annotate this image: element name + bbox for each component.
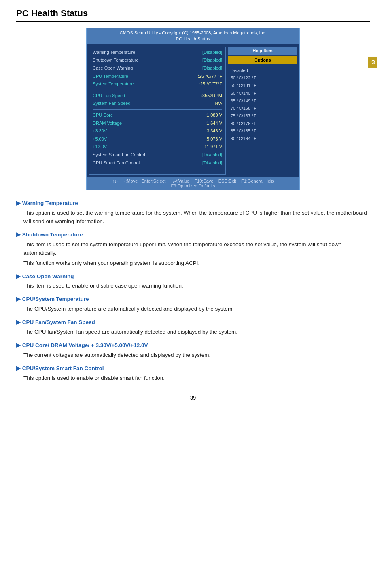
shutdown-temp-value: [Disabled] (202, 57, 222, 64)
case-open-label: Case Open Warning (93, 65, 133, 72)
bios-title-line2: PC Health Status (89, 36, 297, 42)
v330-label: +3.30V (93, 128, 107, 135)
doc-item-title: Warning Temperature (16, 199, 370, 208)
doc-item-title: Shutdown Temperature (16, 231, 370, 239)
doc-item-title: CPU/System Temperature (16, 295, 370, 304)
v500-value: :5.076 V (206, 136, 222, 143)
cpu-temp-label: CPU Temperature (93, 73, 128, 80)
cpu-temp-value: :25 °C/77 °F (198, 73, 222, 80)
dram-voltage-value: :1.644 V (206, 120, 222, 127)
v500-label: +5.00V (93, 136, 107, 143)
doc-item-title: CPU/System Smart Fan Control (16, 364, 370, 373)
list-item[interactable]: 85 °C/185 °F (231, 127, 295, 135)
list-item[interactable]: 70 °C/158 °F (231, 104, 295, 112)
dram-voltage-label: DRAM Voltage (93, 120, 122, 127)
page-number: 39 (16, 395, 370, 401)
table-row: +5.00V :5.076 V (93, 135, 222, 143)
doc-item-title: CPU Core/ DRAM Voltage/ + 3.30V/+5.00V/+… (16, 341, 370, 350)
doc-item-cpu-sys-temp: CPU/System Temperature The CPU/System te… (16, 295, 370, 313)
bios-title-line1: CMOS Setup Utility - Copyright (C) 1985-… (89, 30, 297, 36)
doc-item-title: Case Open Warning (16, 273, 370, 281)
bios-divider (93, 109, 222, 110)
table-row[interactable]: CPU Smart Fan Control [Disabled] (93, 159, 222, 167)
list-item[interactable]: 60 °C/140 °F (231, 89, 295, 97)
bios-help-panel: Help Item Options Disabled 50 °C/122 °F … (228, 47, 297, 175)
bios-window: CMOS Setup Utility - Copyright (C) 1985-… (86, 28, 300, 190)
table-row: CPU Temperature :25 °C/77 °F (93, 72, 222, 81)
v330-value: :3.346 V (206, 128, 222, 135)
cpu-smart-fan-label: CPU Smart Fan Control (93, 160, 140, 167)
cpu-fan-value: :3552RPM (201, 92, 222, 100)
sys-smart-fan-label: System Smart Fan Control (93, 151, 145, 159)
table-row[interactable]: System Smart Fan Control [Disabled] (93, 151, 222, 159)
cpu-smart-fan-value: [Disabled] (202, 160, 222, 167)
cpu-core-label: CPU Core (93, 112, 113, 119)
doc-item-body: This option is used to enable or disable… (16, 374, 370, 383)
bios-footer: ↑↓←→:Move Enter:Select +/-/:Value F10:Sa… (87, 177, 299, 190)
list-item[interactable]: 50 °C/122 °F (231, 74, 295, 82)
documentation-section: Warning Temperature This option is used … (16, 199, 370, 383)
table-row[interactable]: Warning Temperature [Disabled] (93, 49, 222, 57)
sys-fan-label: System Fan Speed (93, 100, 131, 107)
doc-item-case-open: Case Open Warning This item is used to e… (16, 273, 370, 291)
doc-item-voltages: CPU Core/ DRAM Voltage/ + 3.30V/+5.00V/+… (16, 341, 370, 360)
table-row: +12.0V :11.971 V (93, 143, 222, 151)
sys-temp-value: :25 °C/77°F (199, 81, 222, 88)
v120-value: :11.971 V (203, 143, 222, 151)
doc-item-body: The current voltages are automatically d… (16, 351, 370, 360)
page-title: PC Health Status (16, 8, 370, 22)
options-box: Options (228, 56, 297, 64)
doc-item-body: This item is used to enable or disable c… (16, 282, 370, 290)
doc-item-smart-fan: CPU/System Smart Fan Control This option… (16, 364, 370, 383)
help-item-box: Help Item (228, 47, 297, 55)
table-row: System Fan Speed :N/A (93, 100, 222, 108)
table-row[interactable]: Shutdown Temperature [Disabled] (93, 56, 222, 64)
table-row: System Temperature :25 °C/77°F (93, 80, 222, 88)
shutdown-temp-label: Shutdown Temperature (93, 57, 139, 64)
table-row: CPU Core :1.080 V (93, 111, 222, 119)
warning-temp-label: Warning Temperature (93, 49, 135, 56)
table-row[interactable]: Case Open Warning [Disabled] (93, 64, 222, 72)
options-list: Disabled 50 °C/122 °F 55 °C/131 °F 60 °C… (228, 65, 297, 144)
list-item[interactable]: 80 °C/176 °F (231, 120, 295, 128)
warning-temp-value: [Disabled] (202, 49, 222, 56)
list-item[interactable]: 65 °C/149 °F (231, 97, 295, 105)
cpu-core-value: :1.080 V (206, 112, 222, 119)
doc-item-title: CPU Fan/System Fan Speed (16, 318, 370, 327)
sys-smart-fan-value: [Disabled] (202, 151, 222, 159)
doc-item-body: The CPU/System temperature are automatic… (16, 305, 370, 313)
sys-fan-value: :N/A (214, 100, 222, 107)
doc-item-fan-speed: CPU Fan/System Fan Speed The CPU fan/Sys… (16, 318, 370, 337)
bios-title-bar: CMOS Setup Utility - Copyright (C) 1985-… (87, 28, 299, 44)
doc-item-warning-temp: Warning Temperature This option is used … (16, 199, 370, 226)
list-item[interactable]: 90 °C/194 °F (231, 135, 295, 143)
bios-settings-panel: Warning Temperature [Disabled] Shutdown … (89, 47, 226, 175)
doc-item-body: This option is used to set the warning t… (16, 209, 370, 226)
table-row: +3.30V :3.346 V (93, 127, 222, 135)
doc-item-shutdown-temp: Shutdown Temperature This item is used t… (16, 231, 370, 268)
bios-divider (93, 90, 222, 90)
chapter-tab: ω (368, 57, 377, 68)
v120-label: +12.0V (93, 143, 107, 151)
doc-item-body: The CPU fan/System fan speed are automat… (16, 328, 370, 337)
cpu-fan-label: CPU Fan Speed (93, 92, 125, 100)
table-row: CPU Fan Speed :3552RPM (93, 92, 222, 100)
table-row: DRAM Voltage :1.644 V (93, 119, 222, 128)
sys-temp-label: System Temperature (93, 81, 134, 88)
list-item[interactable]: 55 °C/131 °F (231, 82, 295, 89)
doc-item-body: This item is used to set the system temp… (16, 241, 370, 268)
list-item[interactable]: 75 °C/167 °F (231, 112, 295, 120)
list-item[interactable]: Disabled (231, 67, 295, 75)
case-open-value: [Disabled] (202, 65, 222, 72)
